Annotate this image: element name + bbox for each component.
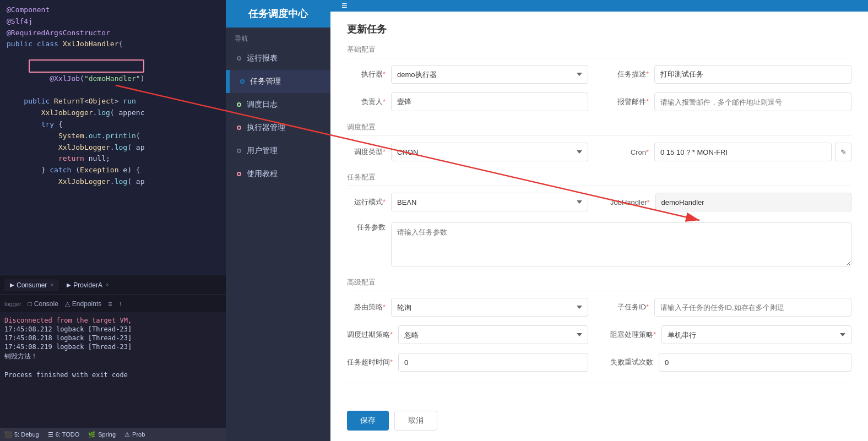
sidebar-report-label: 运行报表 bbox=[247, 53, 278, 63]
sidebar-item-user[interactable]: 用户管理 bbox=[226, 139, 330, 162]
console-button[interactable]: □ Console bbox=[28, 300, 58, 308]
cron-label: Cron* bbox=[610, 148, 649, 156]
task-config-label: 任务配置 bbox=[347, 172, 851, 186]
timeout-input[interactable] bbox=[398, 353, 588, 372]
subtask-input[interactable] bbox=[654, 298, 851, 317]
spring-label: Spring bbox=[98, 431, 116, 438]
cancel-button[interactable]: 取消 bbox=[394, 411, 437, 431]
cron-required: * bbox=[646, 148, 649, 156]
sidebar-item-executor[interactable]: 执行器管理 bbox=[226, 116, 330, 139]
sidebar-item-report[interactable]: 运行报表 bbox=[226, 47, 330, 70]
task-dot bbox=[240, 79, 245, 84]
save-button[interactable]: 保存 bbox=[347, 411, 389, 431]
basic-config-label: 基础配置 bbox=[347, 45, 851, 58]
tab-provider[interactable]: ▶ ProviderA × bbox=[61, 279, 115, 291]
params-label-text: 任务参数 bbox=[357, 223, 386, 231]
consumer-icon: ▶ bbox=[10, 282, 14, 288]
params-row: 任务参数 bbox=[347, 220, 851, 266]
code-editor[interactable]: @Component @Slf4j @RequiredArgsConstruct… bbox=[0, 0, 226, 275]
schedule-config-section: 调度配置 调度类型* CRON Cron* bbox=[347, 122, 851, 161]
schedule-type-label: 调度类型* bbox=[347, 147, 386, 157]
retry-input[interactable] bbox=[659, 353, 851, 372]
endpoints-icon: △ bbox=[65, 300, 70, 308]
schedule-config-label: 调度配置 bbox=[347, 122, 851, 136]
subtask-label-text: 子任务ID bbox=[617, 303, 646, 311]
consumer-close-icon[interactable]: × bbox=[50, 282, 53, 288]
block-required: * bbox=[653, 330, 656, 339]
timeout-label: 任务超时时间* bbox=[347, 357, 393, 367]
executor-select[interactable]: demo执行器 bbox=[391, 65, 588, 84]
timeout-row: 任务超时时间* 失败重试次数 bbox=[347, 353, 851, 372]
sidebar: 任务调度中心 导航 运行报表 任务管理 调度日志 执行器管理 用户管理 使用教程 bbox=[226, 0, 330, 441]
email-field: 报警邮件* bbox=[610, 92, 851, 111]
provider-tab-label: ProviderA bbox=[73, 281, 102, 289]
schedule-row: 调度类型* CRON Cron* ✎ bbox=[347, 143, 851, 161]
tab-consumer[interactable]: ▶ Consumer × bbox=[4, 279, 59, 291]
retry-label: 失败重试次数 bbox=[610, 357, 653, 367]
subtask-required: * bbox=[646, 303, 649, 311]
email-input[interactable] bbox=[654, 92, 851, 111]
schedule-type-required: * bbox=[383, 148, 386, 156]
advanced-config-section: 高级配置 路由策略* 轮询 子任务ID* bbox=[347, 277, 851, 372]
status-debug[interactable]: ⬛ 5: Debug bbox=[4, 431, 39, 438]
sidebar-item-tutorial[interactable]: 使用教程 bbox=[226, 162, 330, 186]
menu-icon[interactable]: ≡ bbox=[108, 300, 112, 308]
divider bbox=[347, 383, 851, 383]
ide-console: Disconnected from the target VM, 17:45:0… bbox=[0, 312, 226, 428]
subtask-field: 子任务ID* bbox=[610, 298, 851, 317]
sidebar-item-task[interactable]: 任务管理 bbox=[226, 70, 330, 93]
owner-label: 负责人* bbox=[347, 97, 386, 107]
ide-panel: @Component @Slf4j @RequiredArgsConstruct… bbox=[0, 0, 226, 441]
provider-close-icon[interactable]: × bbox=[106, 282, 109, 288]
footer-buttons: 保存 取消 bbox=[330, 400, 868, 441]
status-spring[interactable]: 🌿 Spring bbox=[88, 431, 116, 438]
desc-field: 任务描述* bbox=[610, 65, 851, 84]
upload-icon[interactable]: ↑ bbox=[118, 300, 122, 308]
owner-label-text: 负责人 bbox=[361, 97, 383, 106]
cron-edit-button[interactable]: ✎ bbox=[835, 143, 851, 161]
block-label-text: 阻塞处理策略 bbox=[610, 330, 653, 339]
sidebar-title: 任务调度中心 bbox=[248, 7, 308, 20]
owner-required: * bbox=[383, 97, 386, 106]
email-required: * bbox=[646, 97, 649, 106]
task-config-section: 任务配置 运行模式* BEAN JobHandler* bbox=[347, 172, 851, 266]
modal-header: ≡ bbox=[330, 0, 868, 12]
spring-icon: 🌿 bbox=[88, 431, 96, 438]
timeout-required: * bbox=[390, 358, 393, 366]
console-line-5: 销毁方法！ bbox=[4, 352, 221, 361]
status-todo[interactable]: ☰ 6: TODO bbox=[48, 431, 80, 438]
schedule-type-field: 调度类型* CRON bbox=[347, 143, 588, 161]
route-row: 路由策略* 轮询 子任务ID* bbox=[347, 298, 851, 317]
params-textarea[interactable] bbox=[391, 222, 851, 266]
desc-required: * bbox=[646, 70, 649, 78]
executor-label: 执行器* bbox=[347, 69, 386, 79]
cron-input-group: ✎ bbox=[654, 143, 851, 161]
block-label: 阻塞处理策略* bbox=[610, 330, 656, 340]
form-title: 更新任务 bbox=[347, 23, 851, 36]
cron-label-text: Cron bbox=[631, 148, 646, 156]
desc-input[interactable] bbox=[654, 65, 851, 84]
mode-select[interactable]: BEAN bbox=[391, 193, 588, 211]
retry-field: 失败重试次数 bbox=[610, 353, 851, 372]
cron-input[interactable] bbox=[654, 143, 832, 161]
mode-field: 运行模式* BEAN bbox=[347, 193, 588, 211]
sidebar-item-log[interactable]: 调度日志 bbox=[226, 93, 330, 116]
block-select[interactable]: 单机串行 bbox=[661, 325, 851, 344]
params-label: 任务参数 bbox=[347, 222, 386, 232]
handler-label-text: JobHandler bbox=[610, 198, 647, 206]
block-field: 阻塞处理策略* 单机串行 bbox=[610, 325, 851, 344]
expire-required: * bbox=[390, 330, 393, 339]
expire-select[interactable]: 忽略 bbox=[398, 325, 588, 344]
user-dot bbox=[237, 149, 241, 153]
handler-input[interactable] bbox=[655, 193, 851, 211]
console-label: Console bbox=[34, 300, 58, 308]
endpoints-button[interactable]: △ Endpoints bbox=[65, 300, 101, 308]
status-prob[interactable]: ⚠ Prob bbox=[124, 431, 145, 438]
schedule-type-select[interactable]: CRON bbox=[391, 143, 588, 161]
owner-input[interactable] bbox=[391, 92, 588, 111]
todo-label: 6: TODO bbox=[56, 431, 80, 438]
route-label-text: 路由策略 bbox=[354, 303, 383, 311]
hamburger-icon[interactable]: ≡ bbox=[341, 0, 348, 12]
route-select[interactable]: 轮询 bbox=[391, 298, 588, 317]
active-indicator bbox=[227, 70, 230, 93]
